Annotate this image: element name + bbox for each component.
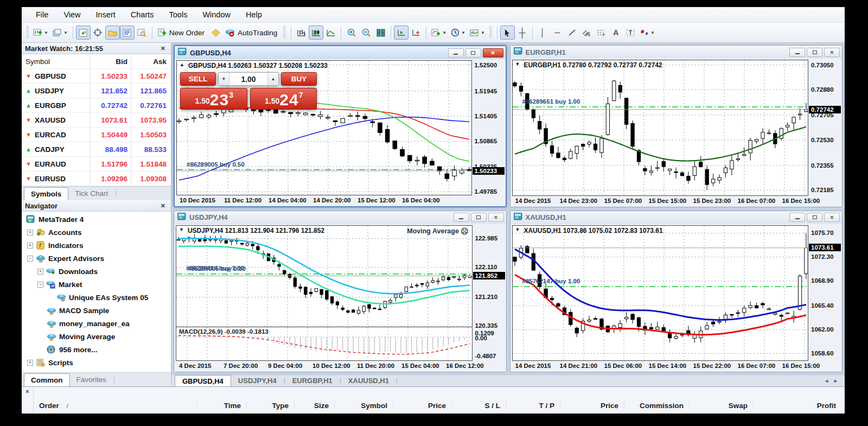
metaeditor-button[interactable] — [208, 26, 223, 40]
vertical-line-button[interactable]: │ — [535, 26, 550, 40]
tree-item-macd-sample[interactable]: MACD Sample — [22, 304, 171, 317]
menu-charts[interactable]: Charts — [124, 8, 161, 21]
volume-value[interactable]: 1.00 — [229, 73, 267, 85]
window-titlebar[interactable]: M GBPUSD,H4 ✕ — [175, 46, 506, 59]
column-header-type[interactable]: Type — [246, 402, 294, 410]
column-header-commission[interactable]: Commission — [624, 402, 689, 410]
column-header-swap[interactable]: Swap — [689, 402, 753, 410]
sell-button[interactable]: SELL — [180, 72, 216, 86]
expand-panel-icon[interactable]: ▼ — [179, 227, 184, 234]
column-header-price-open[interactable]: Price — [393, 402, 451, 410]
toolbar-grip[interactable] — [283, 26, 286, 39]
buy-price-display[interactable]: 1.50247 — [250, 88, 317, 110]
tree-item-moving-average[interactable]: Moving Average — [22, 330, 171, 343]
expand-panel-icon[interactable]: ▼ — [515, 61, 520, 69]
market-watch-row[interactable]: ▲CADJPY88.49888.533 — [22, 142, 171, 157]
price-chart-plot[interactable]: ▲GBPUSD,H4 1.50263 1.50327 1.50208 1.502… — [176, 60, 472, 195]
tree-item-accounts[interactable]: +Accounts — [22, 226, 171, 239]
tree-item-market[interactable]: −Market — [22, 278, 171, 291]
new-order-button[interactable]: New Order — [155, 26, 208, 40]
zoom-out-button[interactable] — [359, 26, 373, 40]
minimize-button[interactable] — [448, 48, 464, 58]
tile-windows-button[interactable] — [373, 26, 388, 40]
tab-tick-chart[interactable]: Tick Chart — [68, 187, 114, 200]
menu-view[interactable]: View — [57, 8, 87, 21]
chart-tab-eurgbp[interactable]: EURGBP,H1 — [285, 375, 340, 386]
tree-item-unique-eas[interactable]: Unique EAs System 05 — [22, 291, 171, 304]
tab-common[interactable]: Common — [24, 373, 70, 386]
close-button[interactable]: ✕ — [488, 213, 504, 222]
tab-symbols[interactable]: Symbols — [24, 187, 68, 200]
close-icon[interactable]: ✕ — [158, 45, 168, 52]
tab-favorites[interactable]: Favorites — [70, 373, 113, 386]
market-watch-row[interactable]: ▼XAUUSD1073.611073.95 — [22, 113, 171, 128]
market-watch-row[interactable]: ▼GBPUSD1.502331.50247 — [22, 69, 171, 84]
tree-item-expert-advisors[interactable]: −Expert Advisors — [22, 252, 171, 265]
window-titlebar[interactable]: M USDJPY,H4 ✕ — [174, 211, 506, 224]
expand-icon[interactable]: + — [37, 269, 43, 275]
macd-indicator-pane[interactable]: MACD(12,26,9) -0.0039 -0.1813 — [176, 327, 473, 361]
column-header-time[interactable]: Time — [196, 402, 246, 410]
tree-item-scripts[interactable]: +Scripts — [22, 356, 171, 369]
menu-file[interactable]: File — [29, 8, 55, 21]
strategy-tester-button[interactable] — [135, 26, 149, 40]
minimize-button[interactable] — [454, 213, 469, 222]
terminal-toggle-button[interactable] — [120, 26, 135, 40]
restore-button[interactable] — [465, 48, 481, 58]
column-header-order[interactable]: Order/ — [34, 402, 196, 410]
price-chart-plot[interactable]: ▼EURGBP,H1 0.72780 0.72792 0.72737 0.727… — [512, 60, 809, 196]
window-titlebar[interactable]: M EURGBP,H1 ✕ — [510, 46, 843, 59]
zoom-in-button[interactable] — [344, 26, 359, 40]
data-window-button[interactable] — [91, 26, 105, 40]
chart-window-xauusd-h1[interactable]: M XAUUSD,H1 ✕ ▼XAUUSD,H1 1073.86 1075.02… — [510, 211, 843, 373]
tree-item-metatrader4[interactable]: MMetaTrader 4 — [22, 213, 171, 226]
close-icon[interactable]: ✕ — [158, 202, 168, 209]
menu-help[interactable]: Help — [239, 8, 269, 21]
equidistant-channel-button[interactable]: E — [579, 26, 594, 40]
menu-window[interactable]: Window — [196, 8, 237, 21]
price-axis[interactable]: 1075.701072.301068.901065.401062.001058.… — [808, 225, 842, 372]
market-watch-row[interactable]: ▼EURAUD1.517961.51848 — [22, 157, 171, 171]
market-watch-row[interactable]: ▲EURGBP0.727420.72761 — [22, 98, 171, 113]
toolbar-grip[interactable] — [26, 26, 29, 39]
arrows-button[interactable]: ▼ — [638, 26, 657, 40]
close-button[interactable]: ✕ — [483, 48, 503, 58]
tree-item-more[interactable]: 956 more... — [22, 343, 171, 356]
text-button[interactable]: A — [609, 26, 623, 40]
bar-chart-type-button[interactable] — [294, 26, 309, 40]
restore-button[interactable] — [807, 48, 822, 57]
expand-icon[interactable]: + — [27, 230, 33, 236]
volume-increase-button[interactable]: ▲ — [267, 73, 278, 85]
restore-button[interactable] — [471, 213, 487, 222]
cursor-button[interactable] — [500, 26, 515, 40]
menu-insert[interactable]: Insert — [90, 8, 122, 21]
price-chart-plot[interactable]: ▼XAUUSD,H1 1073.86 1075.02 1072.83 1073.… — [512, 225, 809, 361]
collapse-icon[interactable]: − — [37, 282, 43, 288]
chart-shift-button[interactable] — [409, 26, 423, 40]
column-header-tp[interactable]: T / P — [506, 402, 560, 410]
price-axis[interactable]: 0.730500.728800.727050.725300.723550.721… — [808, 60, 842, 206]
market-watch-toggle-button[interactable] — [76, 26, 91, 40]
minimize-button[interactable] — [789, 48, 805, 57]
scroll-tabs-left-icon[interactable]: ◄ — [824, 378, 829, 384]
column-header-sl[interactable]: S / L — [451, 402, 506, 410]
column-header-price-current[interactable]: Price — [560, 402, 624, 410]
chart-window-gbpusd-h4[interactable]: M GBPUSD,H4 ✕ ▲GBPUSD,H4 1.50263 1.50327… — [174, 45, 507, 207]
market-watch-row[interactable]: ▼EURUSD1.092961.09308 — [22, 171, 171, 186]
navigator-toggle-button[interactable] — [105, 26, 120, 40]
market-watch-row[interactable]: ▼EURCAD1.504491.50503 — [22, 128, 171, 142]
expand-icon[interactable]: + — [27, 360, 33, 366]
toolbar-grip[interactable] — [489, 26, 492, 39]
expand-panel-icon[interactable]: ▼ — [515, 227, 520, 234]
column-header-size[interactable]: Size — [294, 402, 334, 410]
tree-item-downloads[interactable]: +Downloads — [22, 265, 171, 278]
line-chart-type-button[interactable] — [323, 26, 338, 40]
chart-window-usdjpy-h4[interactable]: M USDJPY,H4 ✕ ▼USDJPY,H4 121.813 121.904… — [174, 211, 507, 373]
text-label-button[interactable]: T — [623, 26, 638, 40]
minimize-button[interactable] — [789, 213, 805, 222]
new-chart-button[interactable]: ▼ — [31, 26, 50, 40]
autotrading-button[interactable]: AutoTrading — [223, 26, 281, 40]
price-axis[interactable]: 122.985122.110121.210120.335121.8520.120… — [473, 225, 506, 372]
collapse-panel-icon[interactable]: ▲ — [180, 62, 184, 69]
crosshair-button[interactable]: ┼ — [515, 26, 529, 40]
